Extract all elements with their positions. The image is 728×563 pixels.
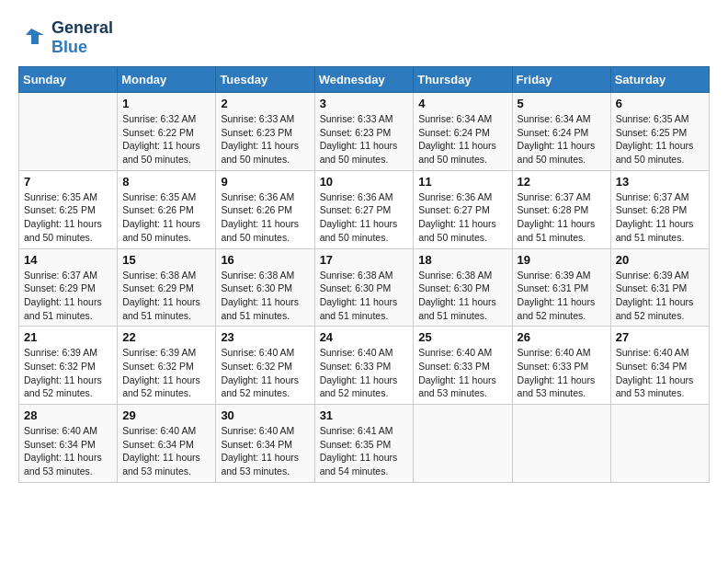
- day-cell: 4Sunrise: 6:34 AM Sunset: 6:24 PM Daylig…: [414, 93, 512, 171]
- week-row-1: 1Sunrise: 6:32 AM Sunset: 6:22 PM Daylig…: [19, 93, 710, 171]
- day-cell: 28Sunrise: 6:40 AM Sunset: 6:34 PM Dayli…: [19, 405, 118, 483]
- day-info: Sunrise: 6:36 AM Sunset: 6:26 PM Dayligh…: [221, 190, 309, 245]
- week-row-5: 28Sunrise: 6:40 AM Sunset: 6:34 PM Dayli…: [19, 405, 710, 483]
- day-info: Sunrise: 6:40 AM Sunset: 6:33 PM Dayligh…: [518, 346, 606, 400]
- day-info: Sunrise: 6:39 AM Sunset: 6:32 PM Dayligh…: [24, 346, 112, 400]
- day-cell: 18Sunrise: 6:38 AM Sunset: 6:30 PM Dayli…: [414, 248, 512, 327]
- day-number: 10: [320, 175, 409, 189]
- day-cell: 12Sunrise: 6:37 AM Sunset: 6:28 PM Dayli…: [512, 170, 610, 248]
- calendar-header-row: SundayMondayTuesdayWednesdayThursdayFrid…: [19, 67, 710, 93]
- day-number: 3: [320, 97, 409, 110]
- day-cell: 27Sunrise: 6:40 AM Sunset: 6:34 PM Dayli…: [610, 327, 709, 405]
- day-number: 1: [122, 97, 210, 110]
- day-info: Sunrise: 6:34 AM Sunset: 6:24 PM Dayligh…: [518, 112, 606, 167]
- col-header-tuesday: Tuesday: [216, 67, 314, 93]
- day-number: 18: [418, 253, 506, 267]
- day-info: Sunrise: 6:41 AM Sunset: 6:35 PM Dayligh…: [320, 424, 409, 478]
- day-number: 7: [24, 175, 112, 189]
- day-info: Sunrise: 6:35 AM Sunset: 6:25 PM Dayligh…: [24, 190, 112, 245]
- calendar-table: SundayMondayTuesdayWednesdayThursdayFrid…: [18, 66, 710, 483]
- day-info: Sunrise: 6:38 AM Sunset: 6:30 PM Dayligh…: [418, 269, 506, 323]
- day-number: 6: [616, 97, 704, 110]
- day-number: 14: [24, 253, 112, 267]
- day-number: 27: [616, 330, 704, 344]
- day-number: 22: [122, 330, 210, 344]
- day-number: 21: [24, 330, 112, 344]
- day-number: 5: [518, 97, 606, 110]
- day-number: 24: [320, 330, 409, 344]
- day-number: 4: [418, 97, 506, 110]
- day-cell: 15Sunrise: 6:38 AM Sunset: 6:29 PM Dayli…: [118, 248, 216, 327]
- week-row-3: 14Sunrise: 6:37 AM Sunset: 6:29 PM Dayli…: [19, 248, 710, 327]
- day-info: Sunrise: 6:33 AM Sunset: 6:23 PM Dayligh…: [221, 112, 309, 167]
- logo: GeneralBlue: [18, 18, 113, 57]
- day-cell: 22Sunrise: 6:39 AM Sunset: 6:32 PM Dayli…: [118, 327, 216, 405]
- day-number: 9: [221, 175, 309, 189]
- col-header-saturday: Saturday: [610, 67, 709, 93]
- day-cell: 30Sunrise: 6:40 AM Sunset: 6:34 PM Dayli…: [216, 405, 314, 483]
- day-info: Sunrise: 6:40 AM Sunset: 6:32 PM Dayligh…: [221, 346, 309, 400]
- day-number: 28: [24, 408, 112, 422]
- day-info: Sunrise: 6:36 AM Sunset: 6:27 PM Dayligh…: [320, 190, 409, 245]
- day-cell: 20Sunrise: 6:39 AM Sunset: 6:31 PM Dayli…: [610, 248, 709, 327]
- day-info: Sunrise: 6:35 AM Sunset: 6:25 PM Dayligh…: [616, 112, 704, 167]
- day-number: 16: [221, 253, 309, 267]
- day-number: 11: [418, 175, 506, 189]
- day-cell: 16Sunrise: 6:38 AM Sunset: 6:30 PM Dayli…: [216, 248, 314, 327]
- day-cell: 26Sunrise: 6:40 AM Sunset: 6:33 PM Dayli…: [512, 327, 610, 405]
- day-cell: 1Sunrise: 6:32 AM Sunset: 6:22 PM Daylig…: [118, 93, 216, 171]
- day-number: 2: [221, 97, 309, 110]
- day-info: Sunrise: 6:37 AM Sunset: 6:28 PM Dayligh…: [616, 190, 704, 245]
- day-info: Sunrise: 6:37 AM Sunset: 6:28 PM Dayligh…: [518, 190, 606, 245]
- day-cell: 7Sunrise: 6:35 AM Sunset: 6:25 PM Daylig…: [19, 170, 118, 248]
- day-info: Sunrise: 6:35 AM Sunset: 6:26 PM Dayligh…: [122, 190, 210, 245]
- col-header-thursday: Thursday: [414, 67, 512, 93]
- day-info: Sunrise: 6:39 AM Sunset: 6:31 PM Dayligh…: [518, 269, 606, 323]
- day-number: 30: [221, 408, 309, 422]
- day-number: 25: [418, 330, 506, 344]
- day-cell: [414, 405, 512, 483]
- day-cell: 31Sunrise: 6:41 AM Sunset: 6:35 PM Dayli…: [314, 405, 414, 483]
- day-number: 20: [616, 253, 704, 267]
- day-info: Sunrise: 6:40 AM Sunset: 6:34 PM Dayligh…: [24, 424, 112, 478]
- day-cell: 13Sunrise: 6:37 AM Sunset: 6:28 PM Dayli…: [610, 170, 709, 248]
- day-cell: 5Sunrise: 6:34 AM Sunset: 6:24 PM Daylig…: [512, 93, 610, 171]
- day-number: 23: [221, 330, 309, 344]
- week-row-4: 21Sunrise: 6:39 AM Sunset: 6:32 PM Dayli…: [19, 327, 710, 405]
- day-cell: 23Sunrise: 6:40 AM Sunset: 6:32 PM Dayli…: [216, 327, 314, 405]
- page-header: GeneralBlue: [18, 18, 710, 57]
- day-info: Sunrise: 6:38 AM Sunset: 6:30 PM Dayligh…: [221, 269, 309, 323]
- day-number: 17: [320, 253, 409, 267]
- day-info: Sunrise: 6:33 AM Sunset: 6:23 PM Dayligh…: [320, 112, 409, 167]
- day-info: Sunrise: 6:40 AM Sunset: 6:34 PM Dayligh…: [221, 424, 309, 478]
- day-cell: 9Sunrise: 6:36 AM Sunset: 6:26 PM Daylig…: [216, 170, 314, 248]
- day-cell: [610, 405, 709, 483]
- svg-marker-0: [26, 29, 44, 44]
- day-number: 19: [518, 253, 606, 267]
- day-info: Sunrise: 6:32 AM Sunset: 6:22 PM Dayligh…: [122, 112, 210, 167]
- day-info: Sunrise: 6:40 AM Sunset: 6:33 PM Dayligh…: [320, 346, 409, 400]
- day-number: 8: [122, 175, 210, 189]
- day-info: Sunrise: 6:39 AM Sunset: 6:31 PM Dayligh…: [616, 269, 704, 323]
- day-info: Sunrise: 6:40 AM Sunset: 6:33 PM Dayligh…: [418, 346, 506, 400]
- day-cell: 24Sunrise: 6:40 AM Sunset: 6:33 PM Dayli…: [314, 327, 414, 405]
- day-cell: 3Sunrise: 6:33 AM Sunset: 6:23 PM Daylig…: [314, 93, 414, 171]
- day-info: Sunrise: 6:39 AM Sunset: 6:32 PM Dayligh…: [122, 346, 210, 400]
- col-header-sunday: Sunday: [19, 67, 118, 93]
- day-cell: 25Sunrise: 6:40 AM Sunset: 6:33 PM Dayli…: [414, 327, 512, 405]
- day-cell: 6Sunrise: 6:35 AM Sunset: 6:25 PM Daylig…: [610, 93, 709, 171]
- day-number: 12: [518, 175, 606, 189]
- col-header-wednesday: Wednesday: [314, 67, 414, 93]
- day-number: 15: [122, 253, 210, 267]
- week-row-2: 7Sunrise: 6:35 AM Sunset: 6:25 PM Daylig…: [19, 170, 710, 248]
- day-info: Sunrise: 6:40 AM Sunset: 6:34 PM Dayligh…: [616, 346, 704, 400]
- day-cell: [19, 93, 118, 171]
- day-info: Sunrise: 6:34 AM Sunset: 6:24 PM Dayligh…: [418, 112, 506, 167]
- col-header-friday: Friday: [512, 67, 610, 93]
- day-number: 26: [518, 330, 606, 344]
- day-cell: 17Sunrise: 6:38 AM Sunset: 6:30 PM Dayli…: [314, 248, 414, 327]
- col-header-monday: Monday: [118, 67, 216, 93]
- day-number: 13: [616, 175, 704, 189]
- day-number: 31: [320, 408, 409, 422]
- day-cell: 29Sunrise: 6:40 AM Sunset: 6:34 PM Dayli…: [118, 405, 216, 483]
